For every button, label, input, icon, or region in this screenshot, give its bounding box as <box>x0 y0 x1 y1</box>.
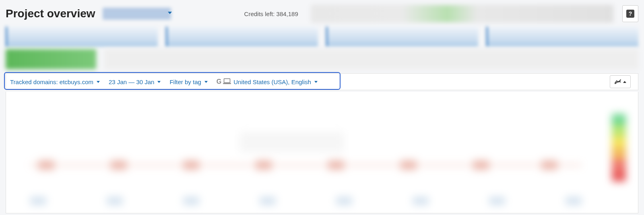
page-title: Project overview <box>6 7 95 20</box>
trend-icon <box>614 79 621 85</box>
search-engine-device-icons: G <box>217 78 231 86</box>
tracked-domains-dropdown[interactable]: Tracked domains: etcbuys.com <box>10 79 100 85</box>
filter-by-tag-label: Filter by tag <box>169 79 201 85</box>
tracked-domains-label: Tracked domains: etcbuys.com <box>10 79 93 85</box>
credits-left-label: Credits left: 384,189 <box>244 10 298 17</box>
stat-card <box>486 27 638 47</box>
svg-rect-0 <box>224 79 230 83</box>
help-button[interactable]: ? <box>622 5 638 22</box>
stat-card <box>166 27 318 47</box>
date-range-label: 23 Jan — 30 Jan <box>109 79 154 85</box>
google-icon: G <box>217 78 221 85</box>
filter-bar: Tracked domains: etcbuys.com 23 Jan — 30… <box>6 73 638 90</box>
stat-cards-row <box>0 27 644 47</box>
chevron-down-icon <box>168 12 172 14</box>
chevron-down-icon <box>314 81 318 83</box>
header-row: Project overview Credits left: 384,189 ? <box>0 0 644 27</box>
filter-section: Tracked domains: etcbuys.com 23 Jan — 30… <box>0 73 644 90</box>
chevron-down-icon <box>157 81 161 83</box>
chart-area <box>6 92 638 213</box>
chevron-down-icon <box>97 81 100 83</box>
filter-by-tag-dropdown[interactable]: Filter by tag <box>169 79 207 85</box>
chart-toggle-button[interactable] <box>610 75 631 88</box>
chevron-down-icon <box>204 81 208 83</box>
header-actions-bar <box>311 5 613 23</box>
status-card <box>6 49 96 69</box>
desktop-icon <box>223 78 231 86</box>
stat-card <box>6 27 158 47</box>
svg-rect-1 <box>223 83 231 84</box>
help-icon: ? <box>626 10 634 18</box>
info-bar <box>104 49 638 69</box>
secondary-cards-row <box>0 49 644 69</box>
date-range-dropdown[interactable]: 23 Jan — 30 Jan <box>109 79 161 85</box>
stat-card <box>326 27 478 47</box>
project-selector-dropdown[interactable] <box>103 8 171 20</box>
chevron-up-icon <box>623 81 626 83</box>
locale-dropdown[interactable]: G United States (USA), English <box>217 78 318 86</box>
locale-label: United States (USA), English <box>233 79 311 85</box>
